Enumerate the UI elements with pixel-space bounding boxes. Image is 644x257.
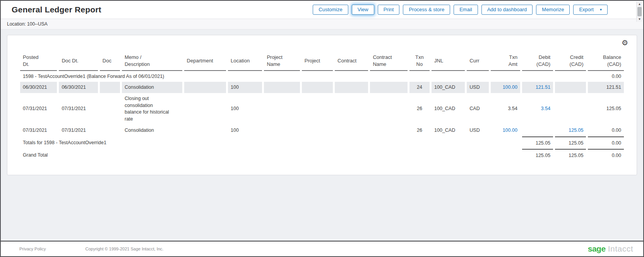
amount-link[interactable]: 100.00	[503, 128, 517, 133]
column-header-line: Amt	[493, 61, 517, 68]
account-group-label: 1598 - TestAccountOverride1 (Balance For…	[20, 71, 586, 82]
column-header-line: Project	[267, 54, 297, 61]
column-header-project: Project	[302, 52, 333, 71]
cell-txnamt	[491, 149, 520, 162]
table-row[interactable]: 06/30/202106/30/2021Consolidation1002410…	[20, 82, 624, 93]
column-header-txnamt: TxnAmt	[491, 52, 520, 71]
cell-balance: 0.00	[588, 125, 624, 136]
column-header-line: Txn	[412, 54, 427, 61]
column-header-posted: PostedDt.	[20, 52, 57, 71]
cell-docdt: 06/30/2021	[59, 82, 98, 93]
amount-link[interactable]: 100.00	[503, 85, 517, 90]
header-row: PostedDt.Doc Dt.DocMemo /DescriptionDepa…	[20, 52, 624, 71]
column-header-line: (CAD)	[558, 61, 583, 68]
cell-contrname	[370, 125, 407, 136]
footer-bar: Privacy Policy Copyright © 1999-2021 Sag…	[1, 241, 643, 256]
scroll-up-arrow-icon[interactable]: ▲	[637, 2, 642, 7]
column-header-line: Dt.	[23, 61, 54, 68]
cell-project	[302, 125, 333, 136]
app-window: General Ledger Report CustomizeViewPrint…	[0, 0, 644, 257]
process-store-button[interactable]: Process & store	[403, 5, 450, 15]
print-button[interactable]: Print	[378, 5, 400, 15]
column-header-line: Doc	[103, 57, 117, 64]
cell-location: 100	[228, 82, 262, 93]
cell-txnamt: 100.00	[491, 125, 520, 136]
column-header-line: Balance	[591, 54, 621, 61]
column-header-line: Txn	[493, 54, 517, 61]
cell-balance: 125.05	[588, 93, 624, 125]
column-header-memo: Memo /Description	[122, 52, 182, 71]
customize-button[interactable]: Customize	[313, 5, 348, 15]
view-button[interactable]: View	[352, 5, 374, 15]
vertical-scrollbar[interactable]: ▲ ▼	[636, 2, 642, 22]
amount-link[interactable]: 125.05	[569, 128, 583, 133]
scrollbar-thumb[interactable]	[637, 7, 642, 16]
cell-curr: USD	[467, 82, 488, 93]
cell-curr: USD	[467, 125, 488, 136]
column-header-line: Name	[373, 61, 404, 68]
table-row[interactable]: 07/31/202107/31/2021Closing outconsolida…	[20, 93, 624, 125]
table-row[interactable]: 07/31/202107/31/2021Consolidation1002610…	[20, 125, 624, 136]
column-header-line: JNL	[434, 57, 462, 64]
cell-txnno: 26	[409, 125, 430, 136]
report-table-body: 1598 - TestAccountOverride1 (Balance For…	[20, 71, 624, 162]
cell-jnl: 100_CAD	[432, 93, 465, 125]
caret-down-icon: ▾	[600, 7, 602, 12]
amount-link[interactable]: 121.51	[536, 85, 550, 90]
cell-txnamt: 3.54	[491, 93, 520, 125]
memo-line: balance for historical	[125, 109, 180, 116]
cell-doc	[100, 93, 120, 125]
total-debit: 125.05	[522, 149, 553, 162]
column-header-jnl: JNL	[432, 52, 465, 71]
column-header-line: Contract	[373, 54, 404, 61]
column-header-credit: Credit(CAD)	[555, 52, 586, 71]
cell-dept	[184, 125, 226, 136]
cell-dept	[184, 93, 226, 125]
column-header-line: Posted	[23, 54, 54, 61]
total-balance: 0.00	[588, 149, 624, 162]
scroll-down-arrow-icon[interactable]: ▼	[637, 17, 642, 22]
cell-location: 100	[228, 93, 262, 125]
cell-contract	[335, 82, 368, 93]
account-group-header-row: 1598 - TestAccountOverride1 (Balance For…	[20, 71, 624, 82]
cell-txnamt	[491, 136, 520, 149]
total-credit: 125.05	[555, 136, 586, 149]
cell-jnl: 100_CAD	[432, 82, 465, 93]
cell-contrname	[370, 93, 407, 125]
column-header-line: No	[412, 61, 427, 68]
location-filter-text: Location: 100--USA	[7, 21, 48, 27]
sage-intacct-logo: sage Intacct	[588, 244, 633, 254]
column-header-contract: Contract	[335, 52, 368, 71]
button-label: Process & store	[409, 7, 444, 13]
column-header-line: (CAD)	[525, 61, 550, 68]
report-card: ⚙ PostedDt.Doc Dt.DocMemo /DescriptionDe…	[7, 35, 637, 175]
cell-posted: 06/30/2021	[20, 82, 57, 93]
email-button[interactable]: Email	[454, 5, 478, 15]
column-header-line: Curr	[469, 57, 486, 64]
column-header-projname: ProjectName	[264, 52, 300, 71]
gear-icon[interactable]: ⚙	[622, 39, 628, 47]
column-header-debit: Debit(CAD)	[522, 52, 553, 71]
add-to-dashboard-button[interactable]: Add to dashboard	[481, 5, 533, 15]
export-button[interactable]: Export▾	[573, 5, 608, 15]
cell-posted: 07/31/2021	[20, 125, 57, 136]
grand-total-row: Grand Total125.05125.050.00	[20, 149, 624, 162]
button-label: Add to dashboard	[487, 7, 527, 13]
cell-projname	[264, 82, 300, 93]
cell-dept	[184, 82, 226, 93]
amount-link[interactable]: 3.54	[541, 106, 550, 111]
column-header-line: Location	[231, 57, 259, 64]
memorize-button[interactable]: Memorize	[536, 5, 570, 15]
cell-memo: Closing outconsolidationbalance for hist…	[122, 93, 182, 125]
button-label: Export	[579, 7, 594, 13]
report-content-area: ⚙ PostedDt.Doc Dt.DocMemo /DescriptionDe…	[1, 29, 643, 241]
cell-txnno: 26	[409, 93, 430, 125]
privacy-policy-link[interactable]: Privacy Policy	[19, 247, 46, 251]
memo-line: Closing out	[125, 95, 180, 102]
total-debit: 125.05	[522, 136, 553, 149]
report-table: PostedDt.Doc Dt.DocMemo /DescriptionDepa…	[18, 52, 626, 162]
cell-project	[302, 93, 333, 125]
column-header-curr: Curr	[467, 52, 488, 71]
column-header-line: Contract	[337, 57, 365, 64]
cell-balance: 121.51	[588, 82, 624, 93]
